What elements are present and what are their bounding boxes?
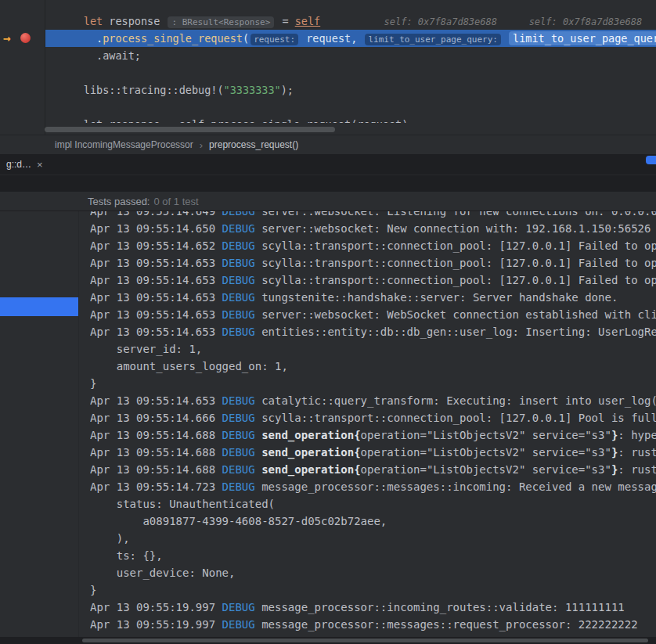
log-line: Apr 13 09:55:14.666 DEBUG scylla::transp…: [90, 409, 656, 426]
log-line: ),: [90, 530, 656, 547]
tests-passed-label: Tests passed:: [88, 196, 150, 207]
breadcrumb-item-impl[interactable]: impl IncomingMessageProcessor: [55, 139, 193, 150]
code-line-segment: [497, 15, 529, 27]
log-line-segment: ),: [90, 532, 130, 545]
log-line: server_id: 1,: [90, 340, 656, 358]
log-line: }: [90, 375, 656, 392]
log-line-segment: amount_users_logged_on: 1,: [90, 360, 288, 372]
log-line-segment: server::websocket: Listening for new con…: [261, 211, 656, 218]
code-line-segment: [45, 101, 52, 113]
code-line-segment: [45, 15, 84, 27]
log-line-segment: ts: {},: [90, 549, 163, 562]
log-line-segment: Apr 13 09:55:14.652: [90, 239, 222, 252]
breadcrumb-item-method[interactable]: preprocess_request(): [209, 139, 298, 150]
log-line-segment: Apr 13 09:55:14.688: [90, 463, 222, 476]
code-line-segment: (: [243, 32, 249, 45]
code-line-segment: request,: [300, 32, 363, 45]
test-tree-panel[interactable]: [0, 211, 79, 637]
log-line-segment: : rustls::client::hs: processing: [618, 463, 656, 476]
log-line-segment: catalytic::query_transform: Executing: i…: [261, 394, 656, 407]
log-line: Apr 13 09:55:14.653 DEBUG scylla::transp…: [90, 272, 656, 289]
code-line-segment: =: [276, 15, 294, 27]
code-line: [45, 99, 656, 116]
log-line-segment: Apr 13 09:55:14.653: [90, 308, 222, 321]
log-line: Apr 13 09:55:14.688 DEBUG send_operation…: [90, 426, 656, 444]
log-line-segment: Apr 13 09:55:14.650: [90, 222, 222, 235]
log-line: Apr 13 09:55:14.688 DEBUG send_operation…: [90, 461, 656, 478]
log-line-segment: DEBUG: [222, 601, 262, 613]
log-line: Apr 13 09:55:14.649 DEBUG server::websoc…: [90, 211, 656, 220]
chevron-right-icon: ›: [200, 139, 203, 151]
tab-scroll-indicator: [646, 156, 656, 164]
code-line-segment: "3333333": [224, 84, 281, 96]
code-line-segment: let: [84, 15, 103, 27]
breakpoint-icon[interactable]: [20, 33, 31, 43]
selected-test-row[interactable]: [0, 297, 78, 316]
log-line-segment: Apr 13 09:55:14.649: [90, 211, 222, 218]
log-line: user_device: None,: [90, 564, 656, 581]
log-line-segment: scylla::transport::connection_pool: [127…: [261, 239, 656, 252]
tab-label: g::d…: [6, 159, 31, 170]
log-line-segment: Apr 13 09:55:14.723: [90, 480, 222, 493]
code-line-segment: .await;: [45, 49, 141, 62]
console-tab-strip: g::d… ×: [0, 154, 656, 175]
log-line-segment: server::websocket: WebSocket connection …: [261, 308, 656, 321]
log-line-segment: DEBUG: [222, 394, 262, 407]
scrollbar-thumb[interactable]: [82, 639, 648, 642]
code-line-segment: let response = self.process_single_reque…: [45, 118, 408, 123]
log-line-segment: status: Unauthenticated(: [90, 498, 275, 510]
editor-code[interactable]: let response : BResult<Response> = self …: [45, 0, 656, 135]
code-line-segment: : BResult<Response>: [168, 16, 274, 28]
code-line: .process_single_request(request: request…: [45, 30, 656, 47]
log-line-segment: DEBUG: [222, 480, 262, 493]
log-line-segment: Apr 13 09:55:19.997: [90, 601, 222, 613]
console-horizontal-scrollbar[interactable]: [0, 637, 656, 644]
log-line-segment: DEBUG: [222, 239, 262, 252]
log-line-segment: send_operation{: [261, 429, 360, 441]
editor-horizontal-scrollbar[interactable]: [45, 127, 656, 133]
tab-console-file[interactable]: g::d… ×: [0, 154, 49, 174]
empty-strip: [0, 175, 656, 191]
log-line-segment: : rustls::client::hs: processing: [618, 446, 656, 459]
code-line-segment: self: 0x7f8a7d83e688: [384, 16, 497, 27]
log-line: a0891877-4399-4608-8527-d05c02b72aee,: [90, 513, 656, 530]
scrollbar-thumb[interactable]: [45, 127, 335, 132]
code-line-segment: request:: [251, 34, 298, 45]
log-line-segment: operation="ListObjectsV2" service="s3": [361, 446, 611, 459]
code-line-segment: self: 0x7f8a7d83e688: [529, 16, 643, 27]
log-line: ts: {},: [90, 547, 656, 564]
log-line: status: Unauthenticated(: [90, 495, 656, 513]
log-line-segment: DEBUG: [222, 618, 262, 631]
console-output[interactable]: Apr 13 09:55:14.649 DEBUG server::websoc…: [79, 211, 656, 637]
code-line-segment: [45, 32, 96, 45]
log-line-segment: Apr 13 09:55:14.653: [90, 326, 222, 338]
log-line-segment: DEBUG: [222, 291, 262, 304]
code-line-segment: limit_to_user_page_query): [509, 31, 656, 45]
code-line-segment: [503, 32, 509, 45]
code-line-segment: .: [96, 32, 103, 45]
log-line-segment: DEBUG: [222, 326, 262, 338]
log-line-segment: Apr 13 09:55:19.997: [90, 618, 222, 631]
code-line: libs::tracing::debug!("3333333");: [45, 81, 656, 99]
log-line-segment: Apr 13 09:55:14.653: [90, 291, 222, 304]
log-line-segment: DEBUG: [222, 412, 262, 424]
log-line: Apr 13 09:55:14.653 DEBUG server::websoc…: [90, 306, 656, 323]
log-line: Apr 13 09:55:14.653 DEBUG catalytic::que…: [90, 392, 656, 409]
log-line-segment: operation="ListObjectsV2" service="s3": [361, 429, 611, 441]
log-line-segment: DEBUG: [222, 308, 262, 321]
tests-count: 0 of 1 test: [154, 196, 199, 207]
log-line-segment: message_processor::messages::request_pro…: [261, 618, 637, 631]
log-line-segment: Apr 13 09:55:14.688: [90, 446, 222, 459]
editor-gutter[interactable]: →: [0, 0, 45, 135]
log-line: Apr 13 09:55:14.688 DEBUG send_operation…: [90, 444, 656, 461]
close-icon[interactable]: ×: [37, 160, 43, 170]
log-line-segment: DEBUG: [222, 222, 262, 235]
log-line: Apr 13 09:55:14.650 DEBUG server::websoc…: [90, 220, 656, 237]
log-line-segment: send_operation{: [261, 446, 360, 459]
log-line-segment: DEBUG: [222, 257, 262, 269]
log-line-segment: DEBUG: [222, 429, 262, 441]
log-line-segment: }: [90, 584, 96, 596]
log-line-segment: tungstenite::handshake::server: Server h…: [261, 291, 618, 304]
log-line-segment: send_operation{: [261, 463, 360, 476]
log-line-segment: DEBUG: [222, 463, 262, 476]
